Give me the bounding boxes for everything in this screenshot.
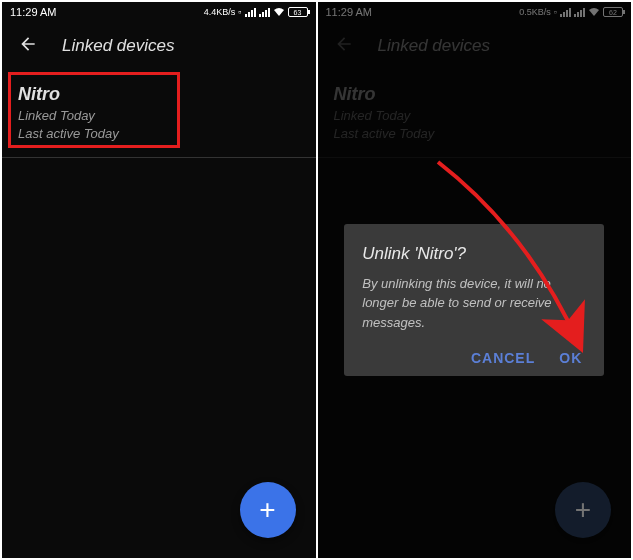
status-bar: 11:29 AM 4.4KB/s ▫ 63 — [2, 2, 316, 22]
dialog-title: Unlink 'Nitro'? — [362, 244, 586, 264]
device-linked-date: Linked Today — [18, 107, 300, 125]
status-indicators: 4.4KB/s ▫ 63 — [204, 7, 308, 17]
unlink-dialog: Unlink 'Nitro'? By unlinking this device… — [344, 224, 604, 377]
device-name: Nitro — [18, 84, 300, 105]
page-title: Linked devices — [62, 36, 174, 56]
back-icon[interactable] — [18, 34, 38, 59]
plus-icon: + — [259, 494, 275, 526]
add-device-button[interactable]: + — [240, 482, 296, 538]
sim-icon: ▫ — [238, 7, 241, 17]
dialog-message: By unlinking this device, it will no lon… — [362, 274, 586, 333]
network-speed: 4.4KB/s — [204, 7, 236, 17]
phone-screen-left: 11:29 AM 4.4KB/s ▫ 63 Linked devices Nit… — [2, 2, 316, 558]
signal-icon — [245, 7, 256, 17]
phone-screen-right: 11:29 AM 0.5KB/s ▫ 62 Linked devices Nit… — [318, 2, 632, 558]
signal-icon-2 — [259, 7, 270, 17]
wifi-icon — [273, 7, 285, 17]
ok-button[interactable]: OK — [559, 350, 582, 366]
dialog-overlay: Unlink 'Nitro'? By unlinking this device… — [318, 2, 632, 558]
dialog-actions: CANCEL OK — [362, 350, 586, 366]
app-bar: Linked devices — [2, 22, 316, 70]
linked-device-item[interactable]: Nitro Linked Today Last active Today — [2, 70, 316, 158]
battery-icon: 63 — [288, 7, 308, 17]
cancel-button[interactable]: CANCEL — [471, 350, 535, 366]
device-last-active: Last active Today — [18, 125, 300, 143]
status-time: 11:29 AM — [10, 6, 56, 18]
